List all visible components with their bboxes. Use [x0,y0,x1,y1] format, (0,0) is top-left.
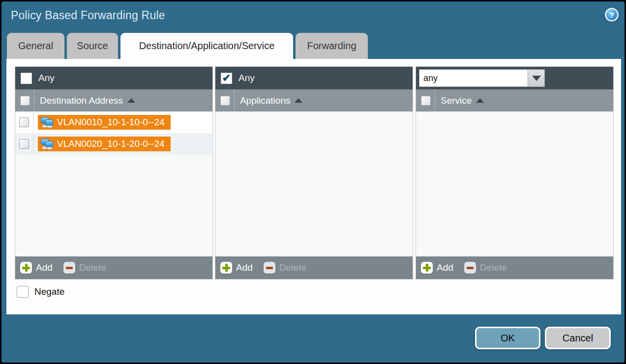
service-column-label[interactable]: Service [441,95,472,106]
applications-column-header[interactable]: Applications [215,89,413,112]
checkmark-icon: ✔ [222,73,231,83]
help-icon[interactable]: ? [605,8,619,22]
sort-asc-icon [476,98,484,103]
applications-column-label[interactable]: Applications [240,95,290,106]
column-divider [234,89,235,112]
address-object-chip[interactable]: VLAN0020_10-1-20-0--24 [38,137,171,151]
destination-any-checkbox[interactable] [21,73,32,84]
chevron-down-icon [532,76,541,81]
negate-label: Negate [34,286,64,297]
delete-button[interactable]: Delete [453,262,507,274]
tab-forwarding[interactable]: Forwarding [296,33,368,59]
tab-bar: General Source Destination/Application/S… [7,33,368,59]
service-any-bar: any [416,67,613,89]
tab-content: Any Destination Address [6,59,621,314]
policy-forwarding-dialog: Policy Based Forwarding Rule ? General S… [1,1,625,363]
destination-any-bar: Any [15,67,212,89]
add-button[interactable]: Add [416,262,453,274]
cancel-button[interactable]: Cancel [545,327,611,349]
plus-icon [220,262,232,274]
column-divider [435,89,435,112]
plus-icon [20,262,32,274]
tab-destination-application-service[interactable]: Destination/Application/Service [120,33,293,59]
address-object-icon [41,139,54,149]
negate-control[interactable]: Negate [17,286,64,298]
delete-label: Delete [480,262,507,273]
row-checkbox-cell [15,133,33,155]
add-button[interactable]: Add [15,262,53,274]
destination-column-label[interactable]: Destination Address [40,95,123,106]
sort-asc-icon [127,98,135,103]
delete-label: Delete [279,262,306,273]
row-checkbox[interactable] [19,117,29,127]
applications-panel: ✔ Any Applications Add Delete [215,66,413,280]
minus-icon [63,262,75,274]
sort-asc-icon [295,98,302,103]
add-label: Add [36,262,53,273]
add-label: Add [236,262,253,273]
address-object-label: VLAN0010_10-1-10-0--24 [57,117,165,128]
destination-any-label: Any [38,73,55,84]
minus-icon [264,262,275,274]
destination-address-panel: Any Destination Address [15,66,213,280]
service-footer: Add Delete [416,256,613,279]
delete-button[interactable]: Delete [53,262,106,274]
service-select-all-checkbox[interactable] [421,96,431,106]
add-button[interactable]: Add [215,262,253,274]
service-dropdown-button[interactable] [528,69,545,87]
destination-footer: Add Delete [15,256,212,279]
dialog-title: Policy Based Forwarding Rule [11,9,165,22]
table-row[interactable]: VLAN0010_10-1-10-0--24 [15,112,212,133]
applications-any-bar: ✔ Any [215,67,413,89]
address-object-label: VLAN0020_10-1-20-0--24 [57,139,165,149]
address-object-icon [41,117,54,128]
ok-button[interactable]: OK [475,327,540,349]
address-object-chip[interactable]: VLAN0010_10-1-10-0--24 [38,115,171,130]
tab-source[interactable]: Source [67,33,118,59]
help-glyph: ? [609,11,614,19]
negate-checkbox[interactable] [17,286,29,298]
row-checkbox[interactable] [19,139,29,149]
applications-any-checkbox[interactable]: ✔ [221,73,232,84]
destination-column-header[interactable]: Destination Address [15,89,212,112]
applications-footer: Add Delete [215,256,413,279]
applications-any-label: Any [238,73,255,84]
row-checkbox-cell [15,112,33,133]
minus-icon [464,262,476,274]
service-column-header[interactable]: Service [416,89,613,112]
destination-select-all-checkbox[interactable] [20,96,30,106]
service-panel: any Service Add D [416,66,614,280]
service-list [416,112,613,256]
service-dropdown-input[interactable]: any [419,69,528,87]
service-dropdown: any [419,69,545,87]
delete-button[interactable]: Delete [253,262,306,274]
delete-label: Delete [79,262,106,273]
tab-general[interactable]: General [7,33,64,59]
destination-list: VLAN0010_10-1-10-0--24 VLAN [15,112,212,256]
table-row[interactable]: VLAN0020_10-1-20-0--24 [15,133,212,155]
plus-icon [421,262,433,274]
applications-list [215,112,413,256]
add-label: Add [437,262,453,273]
column-divider [34,89,34,112]
applications-select-all-checkbox[interactable] [220,96,230,106]
